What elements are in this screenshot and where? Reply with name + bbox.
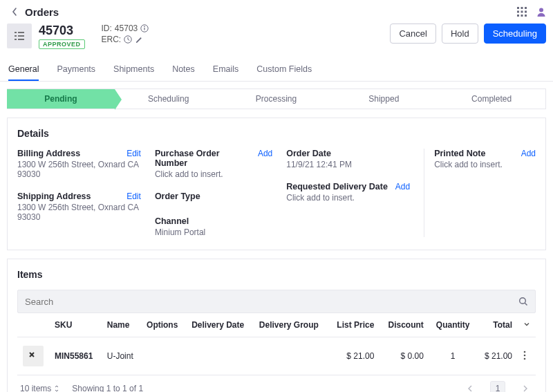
col-quantity[interactable]: Quantity <box>429 313 477 337</box>
svg-point-24 <box>524 357 526 360</box>
hold-button[interactable]: Hold <box>442 24 478 44</box>
info-icon[interactable] <box>140 24 149 32</box>
printed-add-link[interactable]: Add <box>521 149 536 158</box>
items-table: SKU Name Options Delivery Date Delivery … <box>17 313 536 375</box>
stage-scheduling: Scheduling <box>115 89 223 109</box>
edit-pencil-icon[interactable] <box>135 35 143 44</box>
tab-notes[interactable]: Notes <box>172 57 195 81</box>
cell-name: U-Joint <box>102 337 141 375</box>
col-sku[interactable]: SKU <box>49 313 102 337</box>
requested-label: Requested Delivery Date <box>286 182 388 192</box>
svg-rect-17 <box>144 28 145 30</box>
cell-delivery-date <box>186 337 254 375</box>
tab-payments[interactable]: Payments <box>57 57 95 81</box>
tab-general[interactable]: General <box>8 57 39 81</box>
svg-rect-3 <box>517 11 519 13</box>
cell-total: $ 21.00 <box>476 337 518 375</box>
svg-rect-8 <box>525 15 527 17</box>
stage-completed: Completed <box>438 89 545 109</box>
tab-shipments[interactable]: Shipments <box>113 57 154 81</box>
cancel-button[interactable]: Cancel <box>390 24 435 44</box>
cell-sku: MIN55861 <box>49 337 102 375</box>
billing-value: 1300 W 256th Street, Oxnard CA 93030 <box>17 160 141 179</box>
channel-value: Minium Portal <box>155 227 272 237</box>
col-list-price[interactable]: List Price <box>328 313 379 337</box>
page-size-select[interactable]: 10 items <box>20 384 59 392</box>
stage-shipped: Shipped <box>330 89 438 109</box>
col-discount[interactable]: Discount <box>379 313 429 337</box>
order-type-icon <box>7 24 32 48</box>
row-kebab-icon[interactable] <box>523 351 526 360</box>
billing-edit-link[interactable]: Edit <box>126 149 141 158</box>
pager-prev[interactable] <box>462 381 478 392</box>
po-label: Purchase Order Number <box>155 149 252 168</box>
svg-line-21 <box>525 303 527 305</box>
workflow-progress: Pending Scheduling Processing Shipped Co… <box>7 88 546 109</box>
po-add-link[interactable]: Add <box>258 149 272 158</box>
order-number: 45703 <box>39 24 85 38</box>
items-search[interactable] <box>17 290 536 313</box>
po-placeholder: Click add to insert. <box>155 169 272 179</box>
apps-grid-icon[interactable] <box>517 7 527 17</box>
ordertype-label: Order Type <box>155 192 200 201</box>
orderdate-value: 11/9/21 12:41 PM <box>286 160 410 169</box>
id-label: ID: <box>102 24 112 33</box>
requested-add-link[interactable]: Add <box>395 182 410 192</box>
svg-point-22 <box>524 351 526 353</box>
cell-quantity: 1 <box>429 337 477 375</box>
stage-pending: Pending <box>7 89 115 109</box>
details-title: Details <box>17 128 536 139</box>
channel-label: Channel <box>155 216 189 226</box>
col-delivery-date[interactable]: Delivery Date <box>186 313 254 337</box>
svg-rect-0 <box>517 7 519 9</box>
cell-discount: $ 0.00 <box>379 337 429 375</box>
stage-processing: Processing <box>223 89 330 109</box>
billing-label: Billing Address <box>17 149 80 158</box>
svg-rect-7 <box>521 15 523 17</box>
cell-list-price: $ 21.00 <box>328 337 379 375</box>
cell-delivery-group <box>254 337 328 375</box>
svg-rect-4 <box>521 11 523 13</box>
product-thumb-icon <box>23 346 44 366</box>
items-card: Items SKU Name Options Delivery Date Del… <box>7 259 546 392</box>
search-input[interactable] <box>25 297 518 307</box>
pager-current[interactable]: 1 <box>490 381 505 392</box>
details-card: Details Billing AddressEdit 1300 W 256th… <box>7 118 546 250</box>
shipping-value: 1300 W 256th Street, Oxnard CA 93030 <box>17 203 141 222</box>
column-menu-chevron-icon[interactable] <box>523 321 530 328</box>
svg-rect-6 <box>517 15 519 17</box>
back-chevron-icon[interactable] <box>7 4 22 19</box>
clock-icon[interactable] <box>124 35 132 44</box>
svg-rect-1 <box>521 7 523 9</box>
svg-point-9 <box>539 8 543 12</box>
id-value: 45703 <box>115 24 138 33</box>
search-icon[interactable] <box>518 297 528 306</box>
svg-point-20 <box>520 298 526 304</box>
cell-options <box>141 337 186 375</box>
erc-label: ERC: <box>102 35 122 44</box>
svg-point-18 <box>144 26 145 28</box>
printed-label: Printed Note <box>434 149 485 158</box>
svg-point-23 <box>524 354 526 356</box>
items-title: Items <box>17 269 536 280</box>
pager: 10 items Showing 1 to 1 of 1 1 <box>17 375 536 392</box>
printed-placeholder: Click add to insert. <box>434 160 536 169</box>
col-options[interactable]: Options <box>141 313 186 337</box>
shipping-edit-link[interactable]: Edit <box>126 192 141 201</box>
pager-showing: Showing 1 to 1 of 1 <box>72 384 143 392</box>
svg-rect-5 <box>525 11 527 13</box>
tab-custom-fields[interactable]: Custom Fields <box>256 57 312 81</box>
scheduling-button[interactable]: Scheduling <box>484 24 546 44</box>
col-total[interactable]: Total <box>476 313 518 337</box>
table-row[interactable]: MIN55861 U-Joint $ 21.00 $ 0.00 1 $ 21.0… <box>17 337 536 375</box>
order-tabs: General Payments Shipments Notes Emails … <box>0 57 553 82</box>
requested-placeholder: Click add to insert. <box>286 193 410 203</box>
col-delivery-group[interactable]: Delivery Group <box>254 313 328 337</box>
tab-emails[interactable]: Emails <box>213 57 239 81</box>
svg-rect-2 <box>525 7 527 9</box>
pager-next[interactable] <box>518 381 533 392</box>
page-title: Orders <box>25 6 59 18</box>
user-avatar-icon[interactable] <box>536 7 546 17</box>
orderdate-label: Order Date <box>286 149 331 158</box>
col-name[interactable]: Name <box>102 313 141 337</box>
